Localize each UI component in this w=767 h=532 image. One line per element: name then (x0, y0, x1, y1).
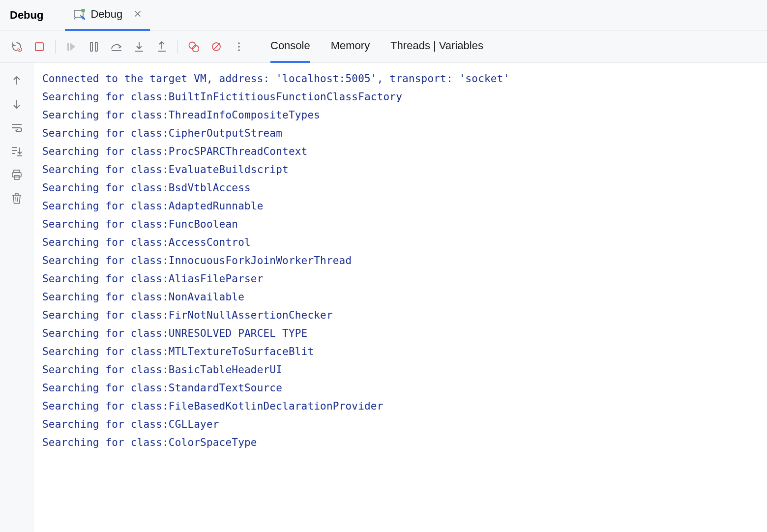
svg-rect-7 (95, 42, 97, 51)
toolbar-divider (177, 40, 178, 54)
console-output[interactable]: Connected to the target VM, address: 'lo… (33, 63, 767, 532)
console-line: Searching for class:ColorSpaceType (42, 434, 758, 452)
step-over-button[interactable] (111, 41, 122, 53)
svg-point-17 (238, 42, 240, 44)
soft-wrap-icon[interactable] (11, 122, 23, 134)
svg-point-13 (189, 42, 196, 49)
svg-line-34 (17, 197, 18, 202)
console-line: Searching for class:FirNotNullAssertionC… (42, 306, 758, 325)
step-out-button[interactable] (156, 41, 168, 53)
console-line: Connected to the target VM, address: 'lo… (42, 70, 758, 88)
tool-window-title: Debug (10, 9, 43, 22)
run-config-tab[interactable]: Debug (65, 0, 150, 31)
console-line: Searching for class:NonAvailable (42, 288, 758, 306)
debug-toolbar: Console Memory Threads | Variables (0, 31, 767, 63)
close-icon[interactable] (134, 9, 141, 20)
svg-rect-6 (90, 42, 92, 51)
tab-console[interactable]: Console (270, 31, 310, 63)
svg-point-1 (81, 9, 85, 12)
tab-threads-variables[interactable]: Threads | Variables (390, 31, 483, 63)
svg-rect-30 (14, 176, 19, 179)
rerun-button[interactable] (11, 41, 23, 53)
svg-point-14 (193, 46, 199, 52)
down-stack-icon[interactable] (11, 98, 23, 110)
console-line: Searching for class:ProcSPARCThreadConte… (42, 143, 758, 161)
tool-window-header: Debug Debug (0, 0, 767, 31)
console-line: Searching for class:AliasFileParser (42, 270, 758, 288)
console-line: Searching for class:AdaptedRunnable (42, 197, 758, 215)
console-line: Searching for class:AccessControl (42, 234, 758, 252)
svg-rect-4 (35, 43, 43, 51)
run-config-tab-label: Debug (90, 8, 122, 21)
mute-breakpoints-button[interactable] (210, 41, 222, 53)
svg-rect-32 (15, 194, 18, 195)
console-line: Searching for class:FileBasedKotlinDecla… (42, 397, 758, 415)
console-line: Searching for class:ThreadInfoCompositeT… (42, 106, 758, 124)
scroll-to-end-icon[interactable] (11, 146, 23, 157)
pause-button[interactable] (88, 41, 100, 53)
debug-config-icon (74, 9, 86, 20)
up-stack-icon[interactable] (11, 75, 23, 87)
console-line: Searching for class:StandardTextSource (42, 379, 758, 397)
svg-line-33 (16, 197, 16, 202)
console-line: Searching for class:BasicTableHeaderUI (42, 361, 758, 379)
console-line: Searching for class:CipherOutputStream (42, 124, 758, 143)
more-actions-button[interactable] (233, 41, 245, 53)
trash-icon[interactable] (11, 193, 23, 205)
toolbar-divider (55, 40, 56, 54)
tab-memory[interactable]: Memory (331, 31, 370, 63)
console-line: Searching for class:MTLTextureToSurfaceB… (42, 343, 758, 361)
step-into-button[interactable] (133, 41, 145, 53)
console-side-toolbar (0, 63, 33, 532)
console-line: Searching for class:FuncBoolean (42, 215, 758, 234)
svg-point-18 (238, 46, 240, 48)
svg-line-16 (213, 43, 220, 50)
debug-view-tabs: Console Memory Threads | Variables (270, 31, 483, 63)
console-line: Searching for class:EvaluateBuildscript (42, 161, 758, 179)
console-line: Searching for class:BsdVtblAccess (42, 179, 758, 197)
view-breakpoints-button[interactable] (188, 41, 200, 53)
console-line: Searching for class:CGLLayer (42, 415, 758, 434)
stop-button[interactable] (33, 41, 45, 53)
resume-button[interactable] (65, 41, 77, 53)
svg-rect-5 (67, 43, 69, 51)
console-line: Searching for class:BuiltInFictitiousFun… (42, 88, 758, 106)
svg-rect-29 (12, 173, 21, 177)
console-line: Searching for class:InnocuousForkJoinWor… (42, 252, 758, 270)
console-line: Searching for class:UNRESOLVED_PARCEL_TY… (42, 325, 758, 343)
svg-point-3 (19, 49, 21, 51)
svg-point-19 (238, 49, 240, 51)
print-icon[interactable] (11, 169, 23, 181)
